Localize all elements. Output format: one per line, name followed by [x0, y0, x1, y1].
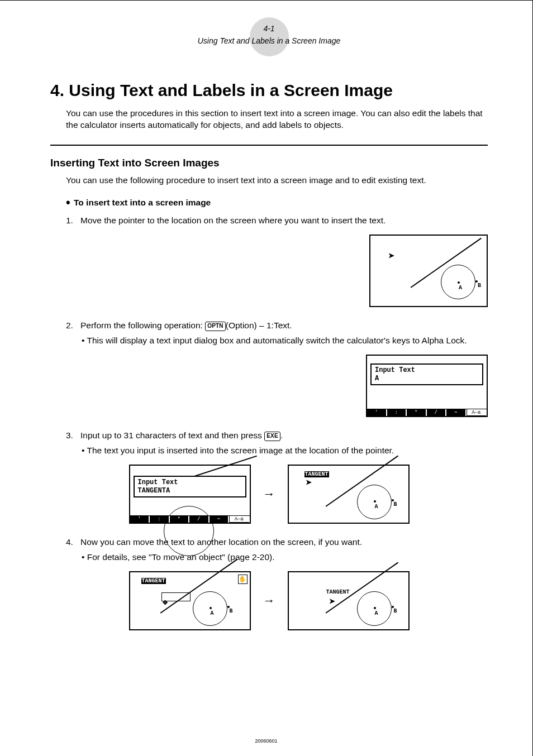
subsection-heading-text: To insert text into a screen image [74, 198, 211, 207]
softkey-1: ' [130, 516, 150, 523]
circle-shape [164, 506, 214, 556]
calc-screenshot-3a: Input Text TANGENTA ' : * / ~ A↔a [129, 465, 251, 524]
hand-tool-icon: ✋ [238, 575, 248, 584]
divider [50, 145, 488, 146]
step-2: 2. Perform the following operation: OPTN… [66, 319, 488, 347]
optn-key-icon: OPTN [205, 322, 226, 331]
step-1-num: 1. [66, 214, 80, 227]
page-title: 4. Using Text and Labels in a Screen Ima… [50, 81, 488, 100]
page-header: 4-1 Using Text and Labels in a Screen Im… [50, 17, 488, 59]
step-3-bullet: The text you input is inserted into the … [80, 444, 488, 457]
step-2-num: 2. [66, 319, 80, 347]
softkey-5: ~ [446, 409, 467, 416]
tangent-text: TANGENT [326, 589, 350, 595]
step-1: 1. Move the pointer to the location on t… [66, 214, 488, 227]
softkey-2: : [387, 409, 407, 416]
exe-key-icon: EXE [264, 432, 280, 441]
tangent-text-selected: TANGENT [304, 471, 329, 477]
step-4-num: 4. [66, 536, 80, 563]
step-2-bullet: This will display a text input dialog bo… [80, 334, 488, 347]
dialog-cursor: A [375, 375, 479, 383]
step-3-num: 3. [66, 429, 80, 457]
arrow-icon: → [263, 594, 275, 608]
point-a [210, 607, 212, 609]
label-b: B [394, 501, 397, 508]
softkey-6: A↔a [467, 409, 487, 416]
step-4: 4. Now you can move the text to another … [66, 536, 488, 563]
label-a: A [459, 285, 462, 291]
grab-cursor-icon: ✥ [163, 599, 168, 606]
calc-screenshot-4b: TANGENT ➤ A B [288, 571, 410, 630]
point-a [374, 607, 376, 609]
label-a: A [375, 610, 378, 616]
label-a: A [375, 504, 378, 510]
step-2-text-after: (Option) – 1:Text. [226, 320, 292, 330]
dialog-title: Input Text [375, 366, 479, 375]
softkey-1: ' [367, 409, 387, 416]
softkey-3: * [170, 516, 190, 523]
pointer-cursor-icon: ➤ [329, 597, 335, 605]
step-1-text: Move the pointer to the location on the … [80, 216, 386, 225]
step-3: 3. Input up to 31 characters of text and… [66, 429, 488, 457]
step-4-text: Now you can move the text to another loc… [80, 537, 362, 547]
section-intro: You can use the following procedure to i… [66, 175, 488, 186]
label-b: B [478, 283, 481, 289]
softkey-5: ~ [210, 516, 230, 523]
pointer-cursor-icon: ➤ [388, 251, 394, 260]
softkey-2: : [150, 516, 170, 523]
input-text-dialog: Input Text A [370, 363, 483, 385]
footer-code: 20060601 [0, 738, 532, 744]
step-3-text-before: Input up to 31 characters of text and th… [80, 430, 264, 440]
label-b: B [394, 608, 397, 614]
softkey-4: / [189, 516, 210, 523]
label-a: A [211, 610, 214, 616]
softkey-6: A↔a [229, 516, 250, 523]
step-2-text-before: Perform the following operation: [80, 320, 205, 330]
page-number: 4-1 [50, 24, 488, 33]
step-4-bullet: For details, see "To move an object" (pa… [80, 551, 488, 563]
arrow-icon: → [263, 487, 275, 501]
section-heading: Inserting Text into Screen Images [50, 157, 488, 169]
tangent-text-selected: TANGENT [141, 578, 166, 584]
softkey-bar: ' : * / ~ A↔a [367, 409, 487, 416]
subsection-heading: • To insert text into a screen image [66, 195, 488, 210]
step-3-text-after: . [280, 430, 283, 440]
calc-screenshot-1: ➤ A B [369, 235, 488, 307]
calc-screenshot-4a: TANGENT ✋ ✥ A B [129, 571, 251, 630]
calc-screenshot-2: Input Text A ' : * / ~ A↔a [366, 355, 488, 417]
softkey-4: / [427, 409, 447, 416]
dialog-typed: TANGENTA [138, 487, 242, 495]
softkey-bar: ' : * / ~ A↔a [130, 515, 250, 523]
pointer-cursor-icon: ➤ [306, 478, 312, 486]
point-a [374, 500, 376, 503]
label-b: B [230, 608, 233, 614]
softkey-3: * [407, 409, 427, 416]
input-text-dialog: Input Text TANGENTA [134, 476, 246, 497]
intro-paragraph: You can use the procedures in this secti… [66, 108, 488, 131]
page-caption: Using Text and Labels in a Screen Image [135, 36, 403, 45]
dialog-title: Input Text [138, 479, 242, 487]
calc-screenshot-3b: TANGENT ➤ A B [288, 465, 410, 524]
